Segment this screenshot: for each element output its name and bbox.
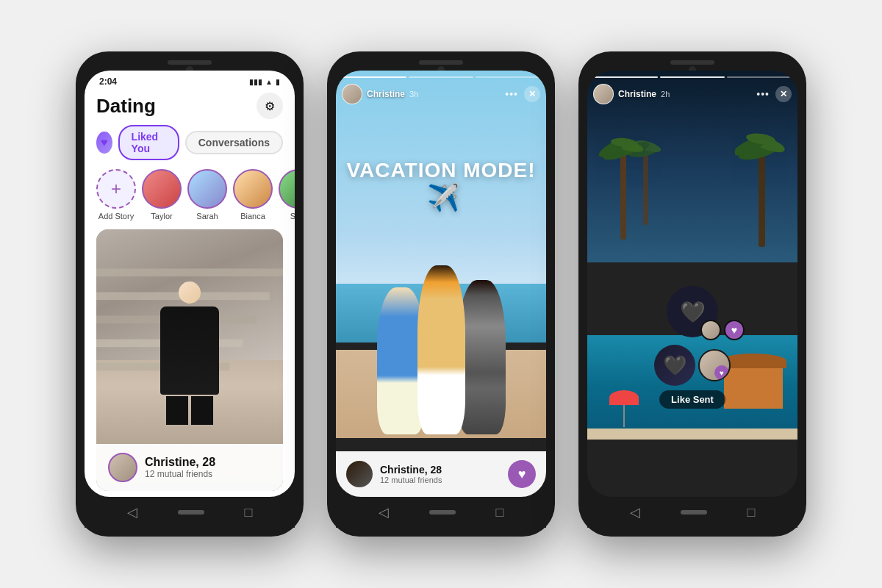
dating-header: Dating ⚙	[85, 90, 295, 125]
story-user-3: Christine 2h	[593, 84, 670, 104]
pool-deck	[587, 429, 797, 440]
back-icon[interactable]: ◁	[127, 504, 137, 520]
story-footer-mutual-2: 12 mutual friends	[380, 476, 442, 484]
like-sent-avatars: 🖤 ♥	[667, 286, 718, 337]
story-header-2: Christine 3h ••• ✕	[342, 84, 540, 104]
story-dots-3[interactable]: •••	[756, 88, 770, 100]
story-user-avatar-2	[342, 84, 362, 104]
story-time-2: 3h	[409, 90, 418, 98]
like-sent-container: 🖤 ♥ 🖤 ♥ Like Sent	[654, 286, 731, 409]
bianca-label: Bianca	[240, 212, 265, 220]
profile-name: Christine, 28	[145, 456, 215, 469]
progress-2	[409, 76, 473, 78]
progress-3-1	[593, 76, 658, 78]
phone-speaker-3	[670, 60, 714, 65]
recents-icon-3[interactable]: □	[747, 505, 756, 520]
profile-mini-avatar	[108, 453, 137, 482]
story-username-3: Christine	[618, 89, 656, 99]
settings-icon: ⚙	[265, 99, 275, 113]
person-2	[417, 265, 465, 434]
vacation-plane-emoji: ✈️	[427, 182, 461, 212]
add-story-label: Add Story	[98, 212, 134, 220]
stories-row: + Add Story Taylor Sarah Bianca Sp...	[85, 169, 295, 229]
umbrella	[609, 390, 639, 427]
umbrella-top	[609, 390, 639, 405]
story-footer-name-2: Christine, 28	[380, 464, 442, 476]
svg-rect-0	[96, 268, 283, 276]
phone-1: 2:04 ▮▮▮ ▲ ▮ Dating ⚙ ♥ Liked You Conver…	[76, 51, 304, 537]
story-user-avatar-3	[593, 84, 614, 104]
dating-title: Dating	[96, 95, 156, 118]
progress-3-3	[727, 76, 792, 78]
progress-1	[342, 76, 406, 78]
svg-rect-10	[759, 151, 765, 247]
like-sent-icon-row: 🖤 ♥	[654, 345, 731, 386]
vacation-text: VACATION MODE! ✈️	[336, 159, 546, 213]
settings-button[interactable]: ⚙	[257, 93, 283, 119]
story-username-2: Christine	[367, 89, 405, 99]
story-sp[interactable]: Sp...	[279, 169, 295, 220]
tab-liked-you[interactable]: Liked You	[118, 125, 179, 160]
umbrella-pole	[623, 405, 625, 427]
taylor-label: Taylor	[151, 212, 172, 220]
sarah-label: Sarah	[196, 212, 218, 220]
progress-3	[476, 76, 540, 78]
people-group	[347, 236, 535, 434]
story-sarah[interactable]: Sarah	[187, 169, 227, 220]
story-dots-2[interactable]: •••	[505, 88, 518, 100]
add-plus-icon: +	[111, 179, 121, 199]
profile-card[interactable]: Christine, 28 12 mutual friends	[96, 229, 283, 491]
like-sent-icon-group: 🖤 ♥	[667, 286, 718, 337]
taylor-avatar	[142, 169, 182, 209]
recents-icon-2[interactable]: □	[496, 505, 504, 520]
home-pill-2[interactable]	[429, 510, 456, 514]
spacer	[85, 491, 295, 497]
story-screen-2[interactable]: Christine 3h ••• ✕ VACATION MODE! ✈️	[336, 71, 546, 497]
story-bianca[interactable]: Bianca	[233, 169, 273, 220]
nav-bar-2: ◁ □	[336, 497, 546, 528]
phone-speaker-1	[168, 60, 212, 65]
story-user-2: Christine 3h	[342, 84, 418, 104]
profile-info: Christine, 28 12 mutual friends	[96, 444, 283, 491]
tab-conversations[interactable]: Conversations	[185, 131, 283, 154]
like-sent-label: Like Sent	[659, 390, 725, 409]
tabs-row: ♥ Liked You Conversations	[85, 125, 295, 169]
sp-avatar	[279, 169, 295, 209]
sp-label: Sp...	[290, 212, 295, 220]
svg-rect-5	[620, 151, 626, 240]
home-pill[interactable]	[178, 510, 204, 514]
heart-overlay: ♥	[714, 365, 729, 380]
story-progress-2	[342, 76, 540, 78]
profile-text: Christine, 28 12 mutual friends	[145, 456, 215, 479]
status-bar-1: 2:04 ▮▮▮ ▲ ▮	[85, 71, 295, 90]
story-footer-2: Christine, 28 12 mutual friends ♥	[336, 451, 546, 497]
signal-icon: ▮▮▮	[249, 78, 262, 86]
user-avatar-tab: ♥	[96, 132, 112, 154]
story-taylor[interactable]: Taylor	[142, 169, 182, 220]
nav-bar-1: ◁ □	[85, 497, 295, 528]
back-icon-3[interactable]: ◁	[630, 504, 640, 520]
recents-icon[interactable]: □	[245, 505, 253, 520]
story-progress-3	[593, 76, 792, 78]
resort-building	[724, 365, 783, 409]
story-footer-avatar-2	[346, 461, 373, 487]
status-icons: ▮▮▮ ▲ ▮	[249, 78, 280, 86]
back-icon-2[interactable]: ◁	[379, 504, 389, 520]
phone-3: Christine 2h ••• ✕ 🖤	[578, 51, 806, 537]
dark-heart-icon: 🖤	[663, 354, 686, 377]
story-header-3: Christine 2h ••• ✕	[593, 84, 792, 104]
story-screen-3[interactable]: Christine 2h ••• ✕ 🖤	[587, 71, 797, 497]
story-close-2[interactable]: ✕	[524, 86, 540, 102]
story-close-3[interactable]: ✕	[775, 86, 792, 102]
progress-3-2	[660, 76, 725, 78]
like-heart-button-2[interactable]: ♥	[508, 460, 536, 488]
phone-2: Christine 3h ••• ✕ VACATION MODE! ✈️	[327, 51, 555, 537]
sarah-avatar	[187, 169, 227, 209]
user-avatar-circle: ♥	[698, 349, 731, 381]
profile-mutual: 12 mutual friends	[145, 469, 215, 479]
add-story-avatar: +	[96, 169, 136, 209]
story-actions-2: ••• ✕	[505, 86, 540, 102]
story-actions-3: ••• ✕	[756, 86, 792, 102]
story-add[interactable]: + Add Story	[96, 169, 136, 220]
home-pill-3[interactable]	[681, 510, 707, 514]
